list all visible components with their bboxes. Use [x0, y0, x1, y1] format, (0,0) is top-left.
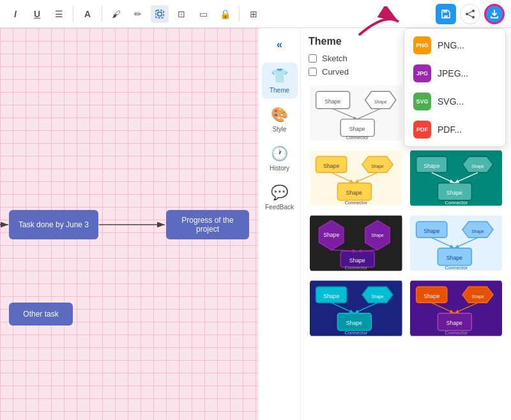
png-icon: PNG	[413, 36, 431, 54]
node-progress[interactable]: Progress of the project	[166, 210, 249, 239]
export-dropdown: PNG PNG... JPG JPEG... SVG SVG... PDF PD…	[404, 28, 506, 147]
sidebar-theme-label: Theme	[270, 87, 289, 94]
svg-icon: SVG	[413, 93, 431, 110]
node-other-task[interactable]: Other task	[9, 303, 73, 326]
pencil-btn[interactable]: ✏	[129, 5, 147, 23]
sep1	[73, 6, 73, 22]
svg-text:Shape: Shape	[371, 164, 384, 169]
list-btn[interactable]: ☰	[50, 5, 68, 23]
crop-btn[interactable]: ⊡	[172, 5, 190, 23]
svg-text:Shape: Shape	[423, 293, 439, 299]
svg-rect-1	[158, 12, 162, 16]
save-button[interactable]	[436, 4, 456, 24]
theme-card-dark[interactable]: Shape Shape Shape Connector	[309, 213, 404, 273]
svg-text:Shape: Shape	[471, 164, 484, 169]
svg-text:Shape: Shape	[371, 233, 384, 238]
sketch-label[interactable]: Sketch	[322, 54, 347, 63]
svg-text:Shape: Shape	[324, 98, 340, 105]
lock-btn[interactable]: 🔒	[216, 5, 234, 23]
svg-text:Shape: Shape	[471, 294, 484, 299]
sidebar-feedback-label: FeedBack	[265, 204, 294, 211]
svg-text:Shape: Shape	[446, 320, 462, 326]
theme-card-teal[interactable]: Shape Shape Shape Connector	[409, 148, 504, 208]
curved-label[interactable]: Curved	[322, 67, 349, 77]
history-icon: 🕐	[271, 146, 288, 162]
jpeg-icon: JPG	[413, 64, 431, 82]
svg-text:Connector: Connector	[345, 265, 368, 271]
svg-text:Connector: Connector	[445, 265, 468, 271]
rect-btn[interactable]: ▭	[194, 5, 212, 23]
svg-line-8	[467, 14, 473, 17]
sidebar-item-history[interactable]: 🕐 History	[262, 140, 298, 177]
grid-btn[interactable]: ⊞	[245, 5, 263, 23]
underline-btn[interactable]: U	[28, 5, 46, 23]
italic-btn[interactable]: I	[6, 5, 24, 23]
export-jpeg-item[interactable]: JPG JPEG...	[404, 59, 505, 87]
svg-rect-3	[443, 10, 447, 13]
svg-text:Shape: Shape	[423, 228, 439, 234]
sidebar: « 👕 Theme 🎨 Style 🕐 History 💬 FeedBack	[258, 28, 300, 420]
svg-text:Connector: Connector	[445, 200, 468, 206]
svg-text:Shape: Shape	[371, 294, 384, 299]
sidebar-history-label: History	[270, 165, 289, 172]
sidebar-collapse-btn[interactable]: «	[270, 34, 290, 55]
theme-card-navy-teal[interactable]: Shape Shape Shape Connector	[309, 278, 404, 338]
brush-btn[interactable]: 🖌	[107, 5, 125, 23]
svg-line-7	[467, 11, 473, 14]
export-pdf-label: PDF...	[438, 124, 462, 135]
sep3	[239, 6, 240, 22]
svg-text:Shape: Shape	[346, 320, 362, 326]
canvas[interactable]: Task done by June 3 Progress of the proj…	[0, 28, 258, 420]
svg-text:Shape: Shape	[374, 100, 387, 105]
export-svg-item[interactable]: SVG SVG...	[404, 87, 505, 116]
select-btn[interactable]	[151, 5, 169, 23]
svg-text:Connector: Connector	[345, 330, 368, 336]
svg-text:Connector: Connector	[445, 330, 468, 336]
sep2	[102, 6, 102, 22]
export-jpeg-label: JPEG...	[438, 68, 468, 79]
svg-text:Shape: Shape	[423, 163, 439, 169]
sketch-checkbox[interactable]	[309, 54, 317, 63]
sidebar-style-label: Style	[272, 126, 286, 133]
toolbar-right	[436, 4, 505, 24]
export-button[interactable]	[484, 4, 505, 24]
export-pdf-item[interactable]: PDF PDF...	[404, 116, 505, 144]
svg-text:Connector: Connector	[346, 135, 369, 140]
theme-card-purple[interactable]: Shape Shape Shape Connector	[409, 278, 504, 338]
theme-icon: 👕	[271, 68, 288, 84]
svg-text:Connector: Connector	[345, 200, 368, 206]
sidebar-item-feedback[interactable]: 💬 FeedBack	[262, 179, 298, 216]
svg-rect-0	[156, 10, 164, 18]
svg-text:Shape: Shape	[346, 190, 362, 196]
theme-card-default[interactable]: Shape Shape Shape Connector	[309, 83, 404, 143]
svg-text:Shape: Shape	[446, 190, 462, 196]
svg-rect-2	[444, 15, 448, 18]
svg-text:Shape: Shape	[323, 293, 339, 299]
svg-text:Shape: Shape	[349, 257, 365, 264]
svg-text:Shape: Shape	[349, 126, 365, 132]
toolbar: I U ☰ A 🖌 ✏ ⊡ ▭ 🔒 ⊞	[0, 0, 511, 28]
export-png-label: PNG...	[438, 40, 464, 50]
text-btn[interactable]: A	[79, 5, 96, 23]
style-icon: 🎨	[271, 107, 288, 123]
node-task-done[interactable]: Task done by June 3	[9, 210, 98, 239]
svg-text:Shape: Shape	[446, 255, 462, 261]
theme-card-yellow[interactable]: Shape Shape Shape Connector	[309, 148, 404, 208]
pdf-icon: PDF	[413, 121, 431, 139]
export-png-item[interactable]: PNG PNG...	[404, 31, 505, 59]
theme-card-blue-light[interactable]: Shape Shape Shape Connector	[409, 213, 504, 273]
share-button[interactable]	[460, 4, 480, 24]
export-svg-label: SVG...	[438, 96, 464, 107]
svg-text:Shape: Shape	[471, 229, 484, 234]
sidebar-item-style[interactable]: 🎨 Style	[262, 101, 298, 138]
curved-checkbox[interactable]	[309, 68, 317, 76]
feedback-icon: 💬	[271, 184, 288, 201]
sidebar-item-theme[interactable]: 👕 Theme	[262, 63, 298, 99]
svg-text:Shape: Shape	[323, 232, 339, 238]
svg-text:Shape: Shape	[323, 163, 339, 169]
